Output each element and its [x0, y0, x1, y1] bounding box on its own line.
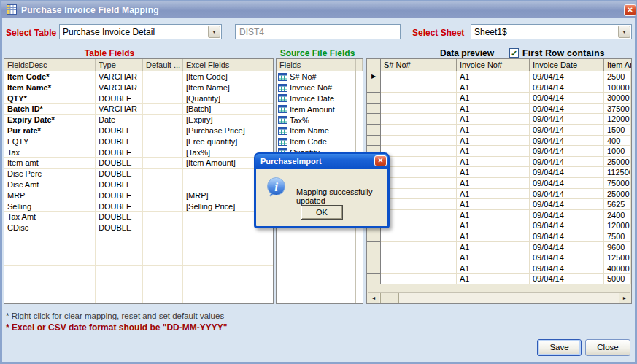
row-selector-cell[interactable] [367, 274, 381, 284]
column-header[interactable]: Item Am [604, 59, 631, 71]
scroll-left-icon[interactable]: ◄ [368, 293, 379, 303]
data-preview-row[interactable]: A1 09/04/14 5000 [367, 274, 631, 284]
row-selector-cell[interactable] [367, 231, 381, 242]
table-field-row[interactable]: Expiry Date* Date [Expiry] [4, 115, 273, 125]
invoice-date-cell: 09/04/14 [530, 242, 604, 253]
data-preview-row[interactable]: A1 09/04/14 9600 [367, 242, 631, 253]
excel-field-cell: [Purchase Price] [183, 125, 263, 136]
row-selector-cell[interactable] [367, 136, 381, 147]
column-header[interactable]: Type [96, 59, 143, 71]
source-field-item[interactable]: Tax% [277, 115, 363, 125]
ok-button[interactable]: OK [301, 205, 343, 220]
horizontal-scrollbar[interactable]: ◄ ► [368, 292, 630, 303]
row-selector-cell[interactable] [367, 242, 381, 253]
invoice-date-cell: 09/04/14 [530, 199, 604, 210]
row-selector-cell[interactable] [367, 252, 381, 263]
select-sheet-dropdown[interactable]: Sheet1$ ▼ [471, 24, 632, 39]
data-preview-row[interactable]: A1 09/04/14 2400 [367, 210, 631, 221]
column-header[interactable]: Excel Fields [183, 59, 263, 71]
table-field-row[interactable]: CDisc DOUBLE [4, 222, 273, 233]
data-preview-row[interactable]: A1 09/04/14 25000 [367, 189, 631, 200]
close-button[interactable]: Close [585, 339, 630, 356]
table-field-row[interactable]: Pur rate* DOUBLE [Purchase Price] [4, 125, 273, 136]
first-row-checkbox[interactable]: ✓ [509, 48, 519, 58]
fields-header-row: Fields [277, 59, 363, 71]
source-field-item[interactable]: Invoice Date [277, 93, 363, 104]
data-preview-row[interactable]: A1 09/04/14 40000 [367, 263, 631, 274]
source-field-item[interactable]: S# No# [277, 71, 363, 82]
table-field-row[interactable]: Item Name* VARCHAR [Item Name] [4, 82, 273, 93]
table-field-row[interactable]: Selling DOUBLE [Selling Price] [4, 201, 273, 212]
item-amount-cell: 37500 [604, 104, 631, 115]
data-preview-row[interactable]: A1 09/04/14 7500 [367, 231, 631, 242]
s-no-cell [381, 220, 457, 231]
data-preview-grid: S# No# Invoice No# Invoice Date Item Am … [366, 58, 632, 304]
data-preview-row[interactable]: A1 09/04/14 112500 [367, 167, 631, 178]
column-header[interactable]: S# No# [381, 59, 457, 71]
data-preview-row[interactable]: A1 09/04/14 1000 [367, 146, 631, 157]
data-preview-row[interactable]: A1 09/04/14 75000 [367, 178, 631, 189]
invoice-no-cell: A1 [457, 210, 530, 221]
scroll-right-icon[interactable]: ► [619, 293, 630, 303]
invoice-date-cell: 09/04/14 [530, 114, 604, 125]
data-preview-row[interactable]: ▶ A1 09/04/14 2500 [367, 71, 631, 82]
empty-cell [263, 82, 273, 93]
scrollbar-track[interactable] [399, 293, 619, 303]
data-preview-row[interactable]: A1 09/04/14 37500 [367, 104, 631, 115]
source-file-name-input[interactable] [235, 24, 401, 39]
invoice-date-cell: 09/04/14 [530, 210, 604, 221]
table-field-row[interactable]: Item amt DOUBLE [Item Amount] [4, 158, 273, 169]
table-field-row[interactable]: Tax DOUBLE [Tax%] [4, 147, 273, 158]
excel-field-cell: [Batch] [183, 104, 263, 115]
table-field-row[interactable]: Batch ID* VARCHAR [Batch] [4, 104, 273, 115]
data-preview-row[interactable]: A1 09/04/14 30000 [367, 93, 631, 104]
source-field-label: Item Code [290, 137, 327, 146]
data-preview-row[interactable]: A1 09/04/14 10000 [367, 82, 631, 93]
title-bar[interactable]: Purchase Invoice Field Mapping ✕ [1, 1, 636, 18]
source-field-item[interactable]: Invoice No# [277, 82, 363, 93]
table-field-row[interactable]: Tax Amt DOUBLE [4, 212, 273, 222]
data-preview-row[interactable]: A1 09/04/14 12500 [367, 252, 631, 263]
table-field-row[interactable]: Disc Amt DOUBLE [4, 179, 273, 190]
source-field-item[interactable]: Item Code [277, 136, 363, 147]
row-selector-cell[interactable]: ▶ [367, 71, 381, 82]
row-selector-cell[interactable] [367, 125, 381, 136]
svg-text:i: i [274, 180, 278, 194]
source-field-item[interactable]: Item Name [277, 125, 363, 136]
column-header[interactable]: Default ... [143, 59, 183, 71]
source-field-item[interactable]: Item Amount [277, 104, 363, 115]
fields-column-header[interactable]: Fields [277, 59, 363, 71]
table-field-row[interactable]: Item Code* VARCHAR [Item Code] [4, 71, 273, 82]
table-field-row[interactable]: Disc Perc DOUBLE [4, 169, 273, 179]
data-preview-row[interactable]: A1 09/04/14 400 [367, 136, 631, 147]
row-selector-cell[interactable] [367, 263, 381, 274]
table-field-row[interactable]: QTY* DOUBLE [Quantity] [4, 93, 273, 104]
row-selector-cell[interactable] [367, 104, 381, 115]
field-desc-cell: CDisc [4, 222, 96, 233]
save-button[interactable]: Save [537, 339, 582, 356]
column-header[interactable]: FieldsDesc [4, 59, 96, 71]
dropdown-arrow-icon[interactable]: ▼ [618, 26, 630, 38]
source-file-fields-title: Source File Fields [259, 48, 376, 58]
data-preview-row[interactable]: A1 09/04/14 5625 [367, 199, 631, 210]
item-amount-cell: 25000 [604, 157, 631, 168]
row-selector-cell[interactable] [367, 93, 381, 104]
excel-field-cell: [Selling Price] [183, 201, 263, 212]
close-icon[interactable]: ✕ [624, 4, 636, 16]
row-selector-cell[interactable] [367, 82, 381, 93]
table-field-row[interactable]: MRP DOUBLE [MRP] [4, 190, 273, 201]
dropdown-arrow-icon[interactable]: ▼ [208, 26, 220, 38]
data-preview-row[interactable]: A1 09/04/14 12000 [367, 114, 631, 125]
column-header[interactable]: Invoice Date [530, 59, 604, 71]
dialog-title-bar[interactable]: PurchaseImport ✕ [255, 154, 388, 169]
dialog-close-icon[interactable]: ✕ [374, 155, 387, 166]
column-header[interactable]: Invoice No# [457, 59, 530, 71]
scrollbar-thumb[interactable] [380, 293, 399, 303]
table-field-row[interactable]: FQTY DOUBLE [Free quantity] [4, 136, 273, 147]
data-preview-row[interactable]: A1 09/04/14 12000 [367, 220, 631, 231]
select-table-dropdown[interactable]: Purchase Invoice Detail ▼ [59, 24, 222, 39]
row-selector-cell[interactable] [367, 114, 381, 125]
data-preview-row[interactable]: A1 09/04/14 1500 [367, 125, 631, 136]
data-preview-row[interactable]: A1 09/04/14 25000 [367, 157, 631, 168]
field-type-cell: Date [96, 115, 143, 125]
